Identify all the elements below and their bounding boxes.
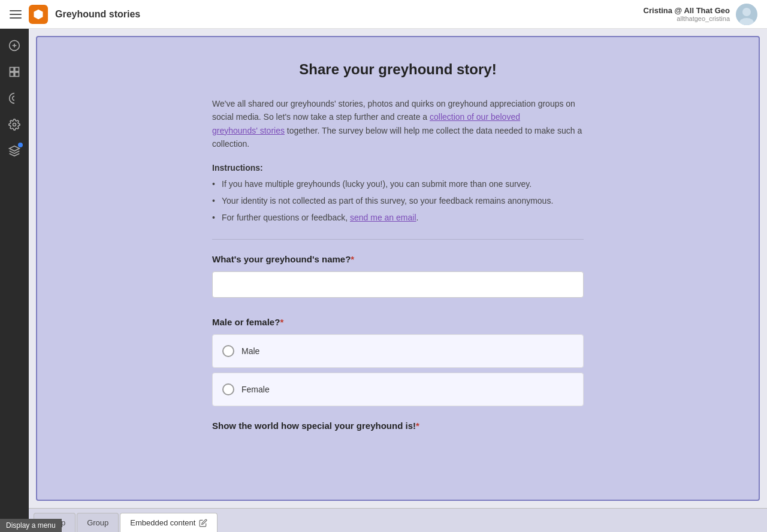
topbar: Greyhound stories Cristina @ All That Ge… <box>0 0 767 29</box>
svg-rect-6 <box>10 68 14 72</box>
sidebar-item-layers[interactable] <box>2 139 26 163</box>
survey-title: Share your greyhound story! <box>212 61 584 78</box>
tab-embedded-content-label: Embedded content <box>130 518 195 527</box>
male-radio[interactable] <box>222 345 234 357</box>
male-option[interactable]: Male <box>212 334 584 368</box>
survey-intro: We've all shared our greyhounds' stories… <box>212 97 584 151</box>
instruction-2: Your identity is not collected as part o… <box>212 194 584 207</box>
instruction-3: For further questions or feedback, send … <box>212 211 584 224</box>
sidebar-item-add[interactable] <box>2 34 26 58</box>
bottom-tooltip: Display a menu <box>0 519 62 532</box>
tab-edit-icon[interactable] <box>199 519 207 527</box>
female-radio[interactable] <box>222 383 234 395</box>
user-info: Cristina @ All That Geo allthatgeo_crist… <box>644 6 730 22</box>
tooltip-text: Display a menu <box>6 521 56 530</box>
intro-text-1: We've all shared our greyhounds' stories… <box>212 99 575 122</box>
svg-rect-9 <box>15 72 19 77</box>
tab-group-2[interactable]: Group <box>77 513 119 532</box>
instructions-list: If you have multiple greyhounds (lucky y… <box>212 177 584 225</box>
topbar-left: Greyhound stories <box>10 5 644 24</box>
svg-rect-7 <box>15 68 19 72</box>
section-divider <box>212 239 584 240</box>
greyhound-name-input[interactable] <box>212 271 584 298</box>
survey-wrapper: Share your greyhound story! We've all sh… <box>29 29 767 508</box>
female-label: Female <box>241 385 270 394</box>
sidebar-item-settings[interactable] <box>2 113 26 137</box>
instruction-1: If you have multiple greyhounds (lucky y… <box>212 177 584 191</box>
app-title: Greyhound stories <box>55 9 140 20</box>
svg-marker-11 <box>10 146 20 151</box>
survey-frame[interactable]: Share your greyhound story! We've all sh… <box>36 36 760 501</box>
sidebar-item-paint[interactable] <box>2 86 26 110</box>
svg-point-1 <box>742 8 751 16</box>
app-logo <box>29 5 48 24</box>
survey-content: Share your greyhound story! We've all sh… <box>200 37 596 455</box>
female-option[interactable]: Female <box>212 373 584 406</box>
content-area: Share your greyhound story! We've all sh… <box>29 29 767 532</box>
avatar[interactable] <box>736 4 757 25</box>
topbar-right: Cristina @ All That Geo allthatgeo_crist… <box>644 4 757 25</box>
menu-button[interactable] <box>10 8 22 20</box>
bottom-tabs: Group Group Embedded content <box>29 508 767 532</box>
male-label: Male <box>241 346 259 356</box>
svg-rect-8 <box>10 72 14 77</box>
tab-embedded-content[interactable]: Embedded content <box>120 513 218 532</box>
instructions-label: Instructions: <box>212 163 584 173</box>
svg-point-10 <box>13 123 16 126</box>
q3-label: Show the world how special your greyhoun… <box>212 421 584 431</box>
sidebar <box>0 29 29 532</box>
q2-label: Male or female?* <box>212 317 584 327</box>
q1-label: What's your greyhound's name?* <box>212 254 584 264</box>
sidebar-item-layout[interactable] <box>2 60 26 84</box>
tab-group-2-label: Group <box>87 518 108 527</box>
user-name: Cristina @ All That Geo <box>644 6 730 15</box>
user-handle: allthatgeo_cristina <box>677 15 730 22</box>
email-link[interactable]: send me an email <box>350 213 416 222</box>
main-layout: Share your greyhound story! We've all sh… <box>0 29 767 532</box>
